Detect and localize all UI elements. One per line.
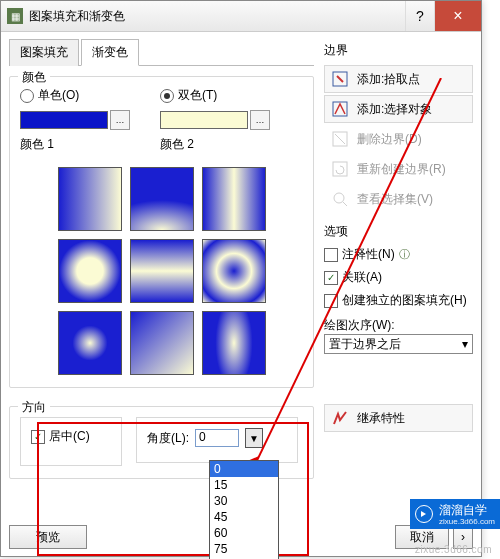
checkbox-icon: [324, 271, 338, 285]
brand-overlay: 溜溜自学 zixue.3d66.com: [410, 499, 500, 529]
recreate-boundary-button: 重新创建边界(R): [324, 155, 473, 183]
annotative-label: 注释性(N): [342, 246, 395, 263]
svg-point-7: [334, 193, 344, 203]
color1-label: 颜色 1: [20, 136, 130, 153]
color1-picker-button[interactable]: …: [110, 110, 130, 130]
options-section-title: 选项: [324, 223, 473, 240]
gradient-preset[interactable]: [130, 167, 194, 231]
help-button[interactable]: ?: [405, 1, 434, 31]
view-selection-button: 查看选择集(V): [324, 185, 473, 213]
gradient-preset[interactable]: [202, 311, 266, 375]
gradient-preset[interactable]: [130, 239, 194, 303]
info-icon: ⓘ: [399, 247, 410, 262]
boundary-section-title: 边界: [324, 42, 473, 59]
chevron-down-icon: ▾: [462, 337, 468, 351]
gradient-preset[interactable]: [58, 239, 122, 303]
remove-boundary-icon: [331, 130, 349, 148]
view-selection-icon: [331, 190, 349, 208]
tab-pattern-fill[interactable]: 图案填充: [9, 39, 79, 66]
gradient-preset[interactable]: [202, 167, 266, 231]
inherit-icon: [331, 409, 349, 427]
angle-option[interactable]: 30: [210, 493, 278, 509]
gradient-preset[interactable]: [130, 311, 194, 375]
svg-line-8: [343, 202, 347, 206]
tab-gradient[interactable]: 渐变色: [81, 39, 139, 66]
recreate-boundary-icon: [331, 160, 349, 178]
hatch-gradient-dialog: ▦ 图案填充和渐变色 ? × 图案填充 渐变色 颜色 单色(O): [0, 0, 482, 557]
brand-sub: zixue.3d66.com: [439, 517, 495, 526]
angle-dropdown-list[interactable]: 0 15 30 45 60 75 90 105 120 135 150: [209, 460, 279, 559]
watermark: zixue.3d66.com: [415, 544, 492, 555]
radio-double-label: 双色(T): [178, 87, 217, 104]
color2-label: 颜色 2: [160, 136, 270, 153]
annotative-checkbox[interactable]: 注释性(N) ⓘ: [324, 246, 473, 263]
gradient-preset-grid: [20, 167, 303, 375]
associative-checkbox[interactable]: 关联(A): [324, 269, 473, 286]
play-icon: [415, 505, 433, 523]
window-title: 图案填充和渐变色: [29, 8, 405, 25]
angle-dropdown-button[interactable]: ▼: [245, 428, 263, 448]
angle-option[interactable]: 75: [210, 541, 278, 557]
draw-order-select[interactable]: 置于边界之后 ▾: [324, 334, 473, 354]
angle-input[interactable]: 0: [195, 429, 239, 447]
remove-boundary-button: 删除边界(D): [324, 125, 473, 153]
independent-hatch-checkbox[interactable]: 创建独立的图案填充(H): [324, 292, 473, 309]
add-select-objects-label: 添加:选择对象: [357, 101, 432, 118]
color-group: 颜色 单色(O) … 颜色 1: [9, 76, 314, 388]
angle-option[interactable]: 60: [210, 525, 278, 541]
color1-swatch[interactable]: [20, 111, 108, 129]
app-icon: ▦: [7, 8, 23, 24]
centered-checkbox[interactable]: 居中(C): [31, 428, 111, 445]
angle-label: 角度(L):: [147, 430, 189, 447]
draw-order-value: 置于边界之后: [329, 336, 401, 353]
window-buttons: ? ×: [405, 1, 481, 31]
view-selection-label: 查看选择集(V): [357, 191, 433, 208]
gradient-preset[interactable]: [58, 311, 122, 375]
radio-single-label: 单色(O): [38, 87, 79, 104]
checkbox-icon: [324, 248, 338, 262]
title-bar: ▦ 图案填充和渐变色 ? ×: [1, 1, 481, 32]
select-objects-icon: [331, 100, 349, 118]
direction-group-title: 方向: [18, 399, 50, 416]
inherit-properties-button[interactable]: 继承特性: [324, 404, 473, 432]
svg-line-5: [335, 134, 345, 144]
angle-option[interactable]: 15: [210, 477, 278, 493]
gradient-preset[interactable]: [202, 239, 266, 303]
recreate-boundary-label: 重新创建边界(R): [357, 161, 446, 178]
associative-label: 关联(A): [342, 269, 382, 286]
gradient-preset[interactable]: [58, 167, 122, 231]
add-select-objects-button[interactable]: 添加:选择对象: [324, 95, 473, 123]
tab-bar: 图案填充 渐变色: [9, 38, 314, 66]
centered-label: 居中(C): [49, 428, 90, 445]
preview-button[interactable]: 预览: [9, 525, 87, 549]
independent-hatch-label: 创建独立的图案填充(H): [342, 292, 467, 309]
angle-option[interactable]: 0: [210, 461, 278, 477]
radio-icon: [20, 89, 34, 103]
pick-points-icon: [331, 70, 349, 88]
checkbox-icon: [324, 294, 338, 308]
angle-option[interactable]: 45: [210, 509, 278, 525]
radio-icon: [160, 89, 174, 103]
color-group-title: 颜色: [18, 69, 50, 86]
close-button[interactable]: ×: [434, 1, 481, 31]
color2-swatch[interactable]: [160, 111, 248, 129]
add-pick-points-button[interactable]: 添加:拾取点: [324, 65, 473, 93]
draw-order-label: 绘图次序(W):: [324, 317, 473, 334]
checkbox-icon: [31, 430, 45, 444]
radio-double-color[interactable]: 双色(T): [160, 87, 270, 104]
inherit-properties-label: 继承特性: [357, 410, 405, 427]
radio-single-color[interactable]: 单色(O): [20, 87, 130, 104]
add-pick-points-label: 添加:拾取点: [357, 71, 420, 88]
color2-picker-button[interactable]: …: [250, 110, 270, 130]
remove-boundary-label: 删除边界(D): [357, 131, 422, 148]
